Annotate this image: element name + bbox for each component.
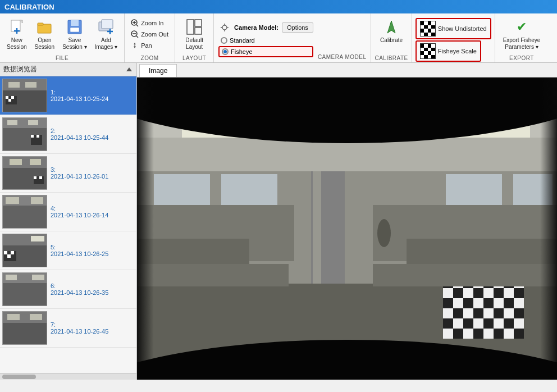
fisheye-radio[interactable]: Fisheye — [218, 46, 313, 57]
open-session-label: OpenSession — [35, 37, 55, 51]
svg-rect-43 — [31, 135, 34, 138]
ribbon-group-camera-model: Camera Model: Options Standard Fisheye C… — [214, 13, 371, 62]
svg-rect-48 — [10, 159, 22, 165]
svg-rect-37 — [11, 99, 14, 102]
thumbnail-3 — [2, 156, 47, 190]
svg-rect-69 — [6, 275, 17, 280]
calibrate-button[interactable]: Calibrate — [377, 16, 406, 46]
thumbnail-4 — [2, 195, 47, 229]
default-layout-button[interactable]: DefaultLayout — [179, 16, 210, 53]
svg-rect-112 — [463, 318, 473, 329]
svg-rect-110 — [514, 308, 524, 318]
item-label-3: 3: 2021-04-13 10-26-01 — [51, 166, 108, 180]
ribbon-group-file: NewSession OpenSession — [0, 13, 125, 62]
standard-radio[interactable]: Standard — [218, 36, 313, 45]
svg-rect-101 — [494, 288, 504, 298]
pan-icon — [131, 42, 139, 49]
image-display — [137, 78, 557, 380]
ribbon-group-layout: DefaultLayout LAYOUT — [175, 13, 214, 62]
image-list: 1: 2021-04-13 10-25-24 — [0, 76, 136, 373]
new-session-label: NewSession — [7, 37, 27, 51]
add-images-icon — [97, 18, 115, 36]
svg-rect-114 — [504, 318, 514, 329]
list-item[interactable]: 6: 2021-04-13 10-26-35 — [0, 270, 136, 309]
default-layout-label: DefaultLayout — [185, 37, 203, 51]
svg-rect-22 — [195, 20, 202, 26]
zoom-out-button[interactable]: Zoom Out — [129, 29, 171, 39]
export-fisheye-button[interactable]: ✔ Export FisheyeParameters ▾ — [499, 16, 545, 53]
svg-rect-23 — [195, 28, 202, 34]
ribbon-group-view: Show Undistorted Fisheye Scale VIEW — [412, 13, 495, 62]
options-gear-icon — [218, 21, 231, 34]
sidebar-header: 数据浏览器 — [0, 63, 136, 76]
scrollbar-thumb[interactable] — [2, 375, 36, 379]
svg-rect-35 — [6, 99, 8, 102]
options-button[interactable]: Options — [282, 22, 313, 33]
svg-rect-41 — [28, 120, 38, 125]
svg-rect-36 — [8, 99, 11, 102]
add-images-label: AddImages ▾ — [95, 37, 118, 51]
sidebar-scroll-up-icon[interactable] — [125, 66, 133, 74]
svg-point-125 — [377, 219, 391, 247]
svg-line-19 — [136, 36, 138, 38]
item-label-4: 4: 2021-04-13 10-26-14 — [51, 205, 108, 218]
svg-rect-117 — [494, 329, 504, 339]
pan-label: Pan — [141, 42, 152, 49]
svg-rect-64 — [11, 251, 14, 254]
sidebar-scrollbar[interactable] — [0, 373, 136, 380]
add-images-button[interactable]: AddImages ▾ — [92, 16, 121, 53]
svg-rect-109 — [494, 308, 504, 318]
title-bar: CALIBRATION — [0, 0, 557, 13]
svg-rect-119 — [137, 264, 289, 286]
image-panel: Image — [137, 63, 557, 380]
export-group-label: EXPORT — [509, 54, 534, 61]
svg-rect-51 — [34, 176, 36, 179]
pan-button[interactable]: Pan — [129, 40, 154, 51]
list-item[interactable]: 5: 2021-04-13 10-26-25 — [0, 231, 136, 270]
svg-rect-103 — [443, 298, 453, 308]
calibrate-icon — [382, 18, 400, 36]
app-title: CALIBRATION — [4, 3, 54, 11]
svg-rect-49 — [30, 159, 41, 165]
calibrate-group-label: CALIBRATE — [375, 54, 408, 61]
calibrate-label: Calibrate — [380, 37, 403, 44]
svg-rect-52 — [36, 176, 39, 179]
view-buttons: Show Undistorted Fisheye Scale — [416, 16, 491, 64]
svg-rect-66 — [7, 254, 11, 258]
item-label-7: 7: 2021-04-13 10-26-45 — [51, 321, 108, 335]
open-session-button[interactable]: OpenSession — [31, 16, 58, 53]
ribbon-group-calibrate: Calibrate CALIBRATE — [371, 13, 412, 62]
svg-line-15 — [136, 25, 138, 26]
svg-rect-44 — [34, 135, 36, 138]
save-session-button[interactable]: SaveSession ▾ — [59, 16, 90, 53]
thumbnail-6 — [2, 272, 47, 306]
zoom-in-button[interactable]: Zoom In — [129, 18, 166, 28]
show-undistorted-button[interactable]: Show Undistorted — [416, 18, 491, 39]
new-session-button[interactable]: NewSession — [3, 16, 30, 53]
file-group-label: FILE — [56, 54, 69, 61]
svg-rect-118 — [514, 329, 524, 339]
fisheye-scale-label: Fisheye Scale — [438, 48, 477, 54]
svg-rect-33 — [8, 96, 11, 99]
standard-radio-dot — [221, 37, 227, 44]
svg-point-24 — [222, 25, 227, 30]
svg-marker-25 — [387, 21, 395, 33]
export-fisheye-label: Export FisheyeParameters ▾ — [503, 37, 541, 51]
svg-rect-53 — [39, 176, 42, 179]
list-item[interactable]: 1: 2021-04-13 10-25-24 — [0, 76, 136, 115]
open-session-icon — [35, 18, 53, 36]
layout-group-label: LAYOUT — [182, 54, 206, 61]
options-label: Options — [287, 24, 308, 31]
fisheye-scale-button[interactable]: Fisheye Scale — [416, 40, 481, 62]
fisheye-radio-dot — [222, 48, 229, 55]
show-undistorted-label: Show Undistorted — [438, 25, 487, 32]
camera-model-options: Camera Model: Options Standard Fisheye — [218, 21, 313, 57]
list-item[interactable]: 3: 2021-04-13 10-26-01 — [0, 154, 136, 193]
svg-rect-21 — [187, 20, 194, 34]
svg-rect-74 — [30, 314, 42, 320]
list-item[interactable]: 2: 2021-04-13 10-25-44 — [0, 115, 136, 154]
list-item[interactable]: 4: 2021-04-13 10-26-14 — [0, 193, 136, 231]
image-tab[interactable]: Image — [139, 64, 177, 77]
svg-rect-8 — [71, 20, 79, 26]
list-item[interactable]: 7: 2021-04-13 10-26-45 — [0, 309, 136, 348]
